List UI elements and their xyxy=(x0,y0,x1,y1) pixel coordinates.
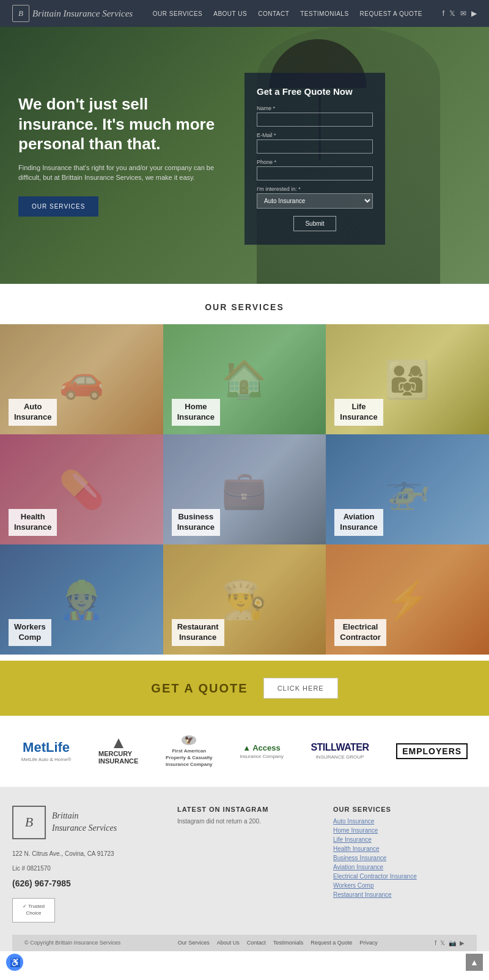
footer-bottom-services[interactable]: Our Services xyxy=(178,940,210,946)
footer-bottom-social: f 𝕏 📷 ▶ xyxy=(435,940,465,946)
hero-section: We don't just sell insurance. It's much … xyxy=(0,27,489,284)
footer-youtube-icon[interactable]: ▶ xyxy=(460,940,465,946)
interest-select[interactable]: Auto Insurance Home Insurance Life Insur… xyxy=(257,193,373,209)
footer-link-restaurant[interactable]: Restaurant Insurance xyxy=(333,891,477,898)
footer-bottom-quote[interactable]: Request a Quote xyxy=(311,940,352,946)
hero-subtitle: Finding Insurance that's right for you a… xyxy=(18,163,226,183)
trusted-choice-badge: ✓ TrustedChoice xyxy=(12,898,55,922)
auto-insurance-label: AutoInsurance xyxy=(9,399,57,426)
service-card-business[interactable]: 💼 BusinessInsurance xyxy=(163,434,326,544)
footer-services-title: OUR SERVICES xyxy=(333,806,477,813)
our-services-button[interactable]: OUR SERVICES xyxy=(18,196,98,217)
footer-link-electrical[interactable]: Electrical Contractor Insurance xyxy=(333,873,477,880)
footer-bottom-about[interactable]: About Us xyxy=(217,940,240,946)
mercury-logo-icon xyxy=(113,738,124,749)
home-insurance-label: HomeInsurance xyxy=(172,399,220,426)
service-card-health[interactable]: 💊 HealthInsurance xyxy=(0,434,163,544)
footer-services: OUR SERVICES Auto Insurance Home Insuran… xyxy=(333,806,477,922)
service-card-life[interactable]: 👨‍👩‍👧 LifeInsurance xyxy=(326,324,489,434)
business-insurance-label: BusinessInsurance xyxy=(172,509,220,536)
svg-marker-0 xyxy=(114,738,123,748)
service-card-restaurant[interactable]: 👨‍🍳 RestaurantInsurance xyxy=(163,544,326,655)
services-section: OUR SERVICES 🚗 AutoInsurance 🏠 HomeInsur… xyxy=(0,284,489,661)
footer-twitter-icon[interactable]: 𝕏 xyxy=(440,940,445,946)
nav-our-services[interactable]: OUR SERVICES xyxy=(153,10,202,17)
quote-bar: GET A QUOTE CLICK HERE xyxy=(0,661,489,716)
services-title: OUR SERVICES xyxy=(0,302,489,312)
nav-about-us[interactable]: ABOUT US xyxy=(213,10,247,17)
aviation-insurance-label: AviationInsurance xyxy=(334,509,383,536)
partner-first-american[interactable]: 🦅 First AmericanProperty & CasualtyInsur… xyxy=(166,734,212,768)
nav-testimonials[interactable]: TESTIMONIALS xyxy=(300,10,348,17)
footer-instagram-icon[interactable]: 📷 xyxy=(449,940,456,946)
submit-button[interactable]: Submit xyxy=(293,216,336,231)
footer-link-auto[interactable]: Auto Insurance xyxy=(333,818,477,825)
partner-metlife[interactable]: MetLife MetLife Auto & Home® xyxy=(21,740,72,762)
health-insurance-label: HealthInsurance xyxy=(9,509,57,536)
footer-logo-icon: B xyxy=(12,806,46,839)
footer-bottom-privacy[interactable]: Privacy xyxy=(359,940,378,946)
partner-access[interactable]: ▲ Access Insurance Company xyxy=(240,743,284,759)
footer-link-aviation[interactable]: Aviation Insurance xyxy=(333,864,477,870)
service-card-home[interactable]: 🏠 HomeInsurance xyxy=(163,324,326,434)
logo-icon: B xyxy=(12,5,29,22)
social-icons: f 𝕏 ✉ ▶ xyxy=(443,9,477,18)
phone-input[interactable] xyxy=(257,166,373,180)
logo[interactable]: B Brittain Insurance Services xyxy=(12,5,133,22)
footer-bottom-links: Our Services About Us Contact Testimonia… xyxy=(178,940,378,946)
eagle-icon: 🦅 xyxy=(180,734,198,746)
restaurant-insurance-label: RestaurantInsurance xyxy=(172,619,224,646)
twitter-icon[interactable]: 𝕏 xyxy=(449,9,455,18)
footer-instagram: LATEST ON INSTAGRAM Instagram did not re… xyxy=(177,806,321,922)
footer-logo-box: B BrittainInsurance Services xyxy=(12,806,165,839)
nav-request-quote[interactable]: REQUEST A QUOTE xyxy=(360,10,422,17)
footer-link-business[interactable]: Business Insurance xyxy=(333,855,477,861)
partner-stillwater[interactable]: STILLWATER INSURANCE GROUP xyxy=(311,742,369,760)
electrical-contractor-label: ElectricalContractor xyxy=(334,619,386,646)
partner-employers[interactable]: EMPLOYERS xyxy=(396,743,468,759)
footer-address: 122 N. Citrus Ave., Covina, CA 91723 xyxy=(12,849,165,859)
footer-link-health[interactable]: Health Insurance xyxy=(333,845,477,852)
hero-title: We don't just sell insurance. It's much … xyxy=(18,94,226,154)
phone-label: Phone * xyxy=(257,159,373,165)
email-label: E-Mail * xyxy=(257,132,373,138)
footer-phone[interactable]: (626) 967-7985 xyxy=(12,878,165,888)
nav-contact[interactable]: CONTACT xyxy=(258,10,289,17)
footer-facebook-icon[interactable]: f xyxy=(435,940,436,946)
footer-link-workers[interactable]: Workers Comp xyxy=(333,882,477,889)
footer-lic: Lic # 0821570 xyxy=(12,864,165,874)
facebook-icon[interactable]: f xyxy=(443,9,444,18)
footer: B BrittainInsurance Services 122 N. Citr… xyxy=(0,787,489,951)
footer-link-life[interactable]: Life Insurance xyxy=(333,836,477,843)
footer-bottom-testimonials[interactable]: Testimonials xyxy=(273,940,304,946)
workers-comp-label: WorkersComp xyxy=(9,619,51,646)
service-card-workers[interactable]: 👷 WorkersComp xyxy=(0,544,163,655)
email-input[interactable] xyxy=(257,139,373,154)
svg-text:🦅: 🦅 xyxy=(185,735,194,744)
email-icon[interactable]: ✉ xyxy=(460,9,466,18)
footer-copyright: © Copyright Brittain Insurance Services xyxy=(24,940,120,946)
interest-label: I'm interested in: * xyxy=(257,186,373,192)
services-grid: 🚗 AutoInsurance 🏠 HomeInsurance 👨‍👩‍👧 Li… xyxy=(0,324,489,655)
partners-section: MetLife MetLife Auto & Home® MERCURYINSU… xyxy=(0,716,489,787)
service-card-aviation[interactable]: 🚁 AviationInsurance xyxy=(326,434,489,544)
footer-link-home[interactable]: Home Insurance xyxy=(333,827,477,834)
form-title: Get a Free Quote Now xyxy=(257,86,373,97)
service-card-auto[interactable]: 🚗 AutoInsurance xyxy=(0,324,163,434)
youtube-icon[interactable]: ▶ xyxy=(471,9,477,18)
quote-bar-text: GET A QUOTE xyxy=(151,681,248,696)
partner-mercury[interactable]: MERCURYINSURANCE xyxy=(98,738,138,765)
instagram-text: Instagram did not return a 200. xyxy=(177,818,321,825)
footer-logo-area: B BrittainInsurance Services 122 N. Citr… xyxy=(12,806,165,922)
trusted-badge-text: ✓ TrustedChoice xyxy=(23,904,45,916)
instagram-title: LATEST ON INSTAGRAM xyxy=(177,806,321,813)
name-input[interactable] xyxy=(257,113,373,127)
service-card-electrical[interactable]: ⚡ ElectricalContractor xyxy=(326,544,489,655)
click-here-button[interactable]: CLICK HERE xyxy=(263,678,338,699)
main-nav: OUR SERVICES ABOUT US CONTACT TESTIMONIA… xyxy=(153,10,422,17)
footer-brand-name: BrittainInsurance Services xyxy=(52,810,117,834)
name-label: Name * xyxy=(257,105,373,111)
footer-bottom-contact[interactable]: Contact xyxy=(247,940,266,946)
footer-grid: B BrittainInsurance Services 122 N. Citr… xyxy=(12,806,477,935)
life-insurance-label: LifeInsurance xyxy=(334,399,383,426)
